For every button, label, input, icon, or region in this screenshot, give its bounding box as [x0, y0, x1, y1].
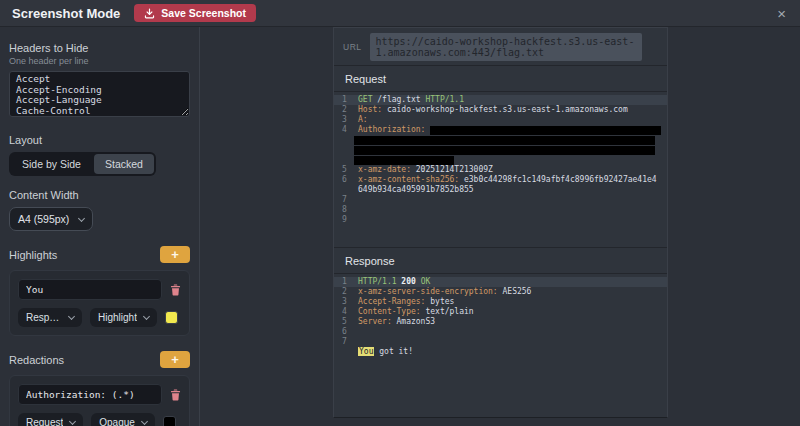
- code-line: 2x-amz-server-side-encryption: AES256: [334, 287, 667, 297]
- code-segment: AmazonS3: [392, 317, 435, 326]
- trash-icon: [170, 284, 181, 296]
- save-screenshot-label: Save Screenshot: [161, 7, 246, 19]
- download-icon: [144, 8, 155, 19]
- layout-option-stacked[interactable]: Stacked: [94, 154, 154, 174]
- highlight-target-select[interactable]: Respo...: [18, 308, 82, 327]
- line-number: [334, 347, 358, 357]
- line-number: 3: [334, 297, 358, 307]
- request-section-header: Request: [334, 65, 667, 92]
- headers-to-hide-sublabel: One header per line: [9, 56, 190, 66]
- code-line: 5Server: AmazonS3: [334, 317, 667, 327]
- layout-label: Layout: [9, 134, 190, 146]
- response-section-header: Response: [334, 247, 667, 274]
- code-line: 1HTTP/1.1 200 OK: [334, 277, 667, 287]
- code-line: 3A:: [334, 115, 667, 125]
- redaction-target-select[interactable]: Request: [18, 413, 83, 426]
- code-line: 7: [334, 337, 667, 347]
- redaction-type-select[interactable]: Opaque: [91, 413, 155, 426]
- code-line: 4Content-Type: text/plain: [334, 307, 667, 317]
- highlights-label: Highlights: [9, 249, 57, 261]
- code-line: 6x-amz-content-sha256: e3b0c44298fc1c149…: [334, 175, 667, 195]
- content-width-value: A4 (595px): [18, 213, 69, 225]
- add-redaction-button[interactable]: +: [160, 351, 190, 368]
- chevron-down-icon: [78, 214, 85, 221]
- line-number: 7: [334, 195, 358, 205]
- code-segment: bytes: [425, 297, 454, 306]
- code-line: 6: [334, 327, 667, 337]
- delete-highlight-button[interactable]: [170, 284, 181, 296]
- code-segment: Authorization:: [358, 125, 430, 135]
- chevron-down-icon: [143, 313, 150, 320]
- code-segment: Host:: [358, 105, 382, 114]
- code-segment: x-amz-content-sha256:: [358, 175, 459, 184]
- line-number: 4: [334, 125, 358, 135]
- url-row: URL https://caido-workshop-hackfest.s3.u…: [334, 28, 667, 65]
- chevron-down-icon: [68, 313, 75, 320]
- highlight-target-value: Respo...: [26, 312, 62, 323]
- code-line: 7: [334, 195, 667, 205]
- redaction-bar: [354, 136, 655, 145]
- code-segment: You: [358, 347, 374, 356]
- code-segment: got it!: [374, 347, 413, 356]
- highlight-pattern-input[interactable]: [18, 279, 162, 300]
- code-segment: HTTP/1.1: [358, 277, 397, 286]
- code-line: You got it!: [334, 347, 667, 357]
- redaction-type-value: Opaque: [99, 417, 135, 426]
- line-number: 5: [334, 317, 358, 327]
- line-number: 7: [334, 337, 358, 347]
- code-segment: OK: [421, 277, 431, 286]
- headers-to-hide-textarea[interactable]: Accept Accept-Encoding Accept-Language C…: [9, 71, 190, 117]
- chevron-down-icon: [141, 418, 148, 425]
- redaction-color-swatch[interactable]: [163, 416, 176, 426]
- highlight-item-card: Respo... Highlight: [9, 270, 190, 336]
- highlight-color-swatch[interactable]: [165, 311, 178, 324]
- code-segment: AES256: [498, 287, 532, 296]
- line-number: 5: [334, 165, 358, 175]
- redaction-pattern-input[interactable]: [18, 384, 162, 405]
- layout-option-side-by-side[interactable]: Side by Side: [11, 154, 92, 174]
- close-icon[interactable]: ×: [775, 6, 788, 21]
- line-number: 4: [334, 307, 358, 317]
- redaction-bar: [354, 156, 454, 165]
- topbar: Screenshot Mode Save Screenshot ×: [0, 0, 800, 27]
- highlight-type-select[interactable]: Highlight: [90, 308, 157, 327]
- content-width-label: Content Width: [9, 189, 190, 201]
- code-segment: 200: [401, 277, 415, 286]
- line-number: 2: [334, 287, 358, 297]
- code-segment: /flag.txt: [372, 95, 425, 104]
- url-input[interactable]: https://caido-workshop-hackfest.s3.us-ea…: [370, 33, 642, 61]
- line-number: 6: [334, 327, 358, 337]
- redaction-bar: [430, 126, 661, 135]
- code-segment: Server:: [358, 317, 392, 326]
- code-line: [334, 155, 667, 165]
- code-segment: Accept-Ranges:: [358, 297, 425, 306]
- line-number: 8: [334, 205, 358, 215]
- code-segment: caido-workshop-hackfest.s3.us-east-1.ama…: [382, 105, 628, 114]
- code-segment: text/plain: [421, 307, 474, 316]
- code-line: [334, 145, 667, 155]
- response-editor: 1HTTP/1.1 200 OK2x-amz-server-side-encry…: [334, 274, 667, 417]
- line-number: 1: [334, 277, 358, 287]
- code-segment: HTTP/1.1: [425, 95, 464, 104]
- line-number: 6: [334, 175, 358, 195]
- code-segment: GET: [358, 95, 372, 104]
- add-highlight-button[interactable]: +: [160, 246, 190, 263]
- code-segment: x-amz-server-side-encryption:: [358, 287, 498, 296]
- chevron-down-icon: [69, 418, 76, 425]
- layout-segmented-control: Side by Side Stacked: [9, 152, 156, 176]
- code-line: 1GET /flag.txt HTTP/1.1: [334, 95, 667, 105]
- code-line: [334, 135, 667, 145]
- line-number: 2: [334, 105, 358, 115]
- line-number: 1: [334, 95, 358, 105]
- code-line: 9: [334, 215, 667, 225]
- redaction-bar: [354, 146, 655, 155]
- code-line: 5x-amz-date: 20251214T213009Z: [334, 165, 667, 175]
- code-segment: Content-Type:: [358, 307, 421, 316]
- content-width-select[interactable]: A4 (595px): [9, 207, 93, 231]
- url-label: URL: [343, 42, 362, 52]
- settings-sidebar: Headers to Hide One header per line Acce…: [0, 27, 200, 426]
- highlight-type-value: Highlight: [98, 312, 137, 323]
- save-screenshot-button[interactable]: Save Screenshot: [134, 4, 256, 22]
- delete-redaction-button[interactable]: [170, 389, 181, 401]
- code-line: 3Accept-Ranges: bytes: [334, 297, 667, 307]
